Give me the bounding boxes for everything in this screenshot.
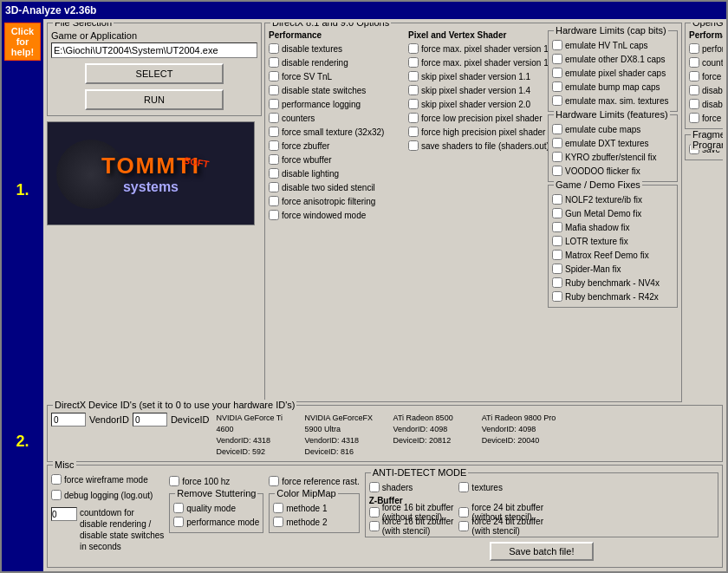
cb-ogl-dis-render-input[interactable] xyxy=(689,99,699,109)
cb-aniso-input[interactable] xyxy=(269,196,279,206)
cb-high-prec-label: force high precision pixel shader xyxy=(421,127,545,137)
cb-methode1-input[interactable] xyxy=(273,503,283,513)
cb-dx81-caps-input[interactable] xyxy=(552,54,562,64)
anti-detect-wrapper: ANTI-DETECT MODE shaders Z-Buffer xyxy=(365,472,718,563)
save-batch-button[interactable]: Save batch file! xyxy=(490,542,594,561)
cb-two-sided-label: disable two sided stencil xyxy=(282,183,375,192)
vendor-id-input[interactable] xyxy=(51,413,86,426)
cb-spider: Spider-Man fix xyxy=(552,262,673,276)
cb-methode2-input[interactable] xyxy=(273,517,283,527)
cb-gun-metal-input[interactable] xyxy=(552,208,562,218)
cb-kyro-label: KYRO zbuffer/stencil fix xyxy=(565,153,656,162)
cb-wireframe-input[interactable] xyxy=(51,474,62,485)
cb-ps14-force-label: force max. pixel shader version 1.4 xyxy=(421,58,556,68)
countdown-input[interactable] xyxy=(51,507,77,521)
cb-16bit-stencil-input[interactable] xyxy=(369,521,380,531)
cb-windowed-input[interactable] xyxy=(269,210,279,220)
cb-force-ref-input[interactable] xyxy=(269,476,279,486)
center-column: DirectX 8.1 and 9.0 Options Performance … xyxy=(264,23,682,402)
pixel-title: Pixel and Vertex Shader xyxy=(408,30,543,40)
click-help-button[interactable]: Click for help! xyxy=(4,23,41,61)
cb-ps11-skip-input[interactable] xyxy=(408,71,419,81)
cb-ps14-skip-input[interactable] xyxy=(408,85,419,95)
file-path-input[interactable] xyxy=(51,42,257,58)
cb-voodoo-input[interactable] xyxy=(552,166,562,176)
cb-force-wbuffer: force wbuffer xyxy=(269,153,403,166)
device-id-input[interactable] xyxy=(133,413,167,426)
cb-24bit-stencil-input[interactable] xyxy=(458,521,469,531)
cb-disable-textures-input[interactable] xyxy=(269,43,279,54)
cb-ogl-aniso-input[interactable] xyxy=(689,113,699,123)
cb-voodoo-label: VOODOO flicker fix xyxy=(565,166,640,176)
cb-ogl-small-tex-input[interactable] xyxy=(689,71,699,81)
cb-shaders-label: shaders xyxy=(382,483,413,492)
cb-counters-input[interactable] xyxy=(269,113,279,123)
main-area: File Selection Game or Application SELEC… xyxy=(43,19,726,571)
cb-ps20-skip-input[interactable] xyxy=(408,99,419,109)
cb-nolf2: NOLF2 texture/ib fix xyxy=(552,192,673,206)
cb-disable-rendering-input[interactable] xyxy=(269,57,279,68)
cb-disable-state-switches-input[interactable] xyxy=(269,85,279,95)
cb-ps14-force-input[interactable] xyxy=(408,57,419,68)
cb-mafia-input[interactable] xyxy=(552,222,562,232)
cb-shaders-input[interactable] xyxy=(369,482,380,492)
card-2-name: NVIDIA GeForceFX 5900 Ultra xyxy=(305,413,387,435)
misc-title: Misc xyxy=(53,459,76,470)
cb-16bit-no-stencil-input[interactable] xyxy=(369,507,380,518)
cb-ogl-counters-input[interactable] xyxy=(689,57,699,68)
cb-matrox-input[interactable] xyxy=(552,250,562,260)
cb-100hz-input[interactable] xyxy=(169,476,179,486)
cb-shaders: shaders xyxy=(369,480,454,494)
cb-kyro-input[interactable] xyxy=(552,152,562,162)
cb-mafia: Mafia shadow fix xyxy=(552,220,673,234)
cb-dxt-tex-input[interactable] xyxy=(552,138,562,148)
device-ids-title: DirectX Device ID's (set it to 0 to use … xyxy=(53,400,296,410)
cb-bump-caps-input[interactable] xyxy=(552,81,562,92)
title-bar: 3D-Analyze v2.36b xyxy=(2,2,726,19)
countdown-label: countdown fordisable rendering /disable … xyxy=(80,507,164,552)
cb-two-sided-input[interactable] xyxy=(269,182,279,192)
cb-debug-input[interactable] xyxy=(51,490,62,500)
cb-perf-logging-input[interactable] xyxy=(269,99,279,109)
run-button[interactable]: RUN xyxy=(85,89,224,110)
performance-title: Performance xyxy=(269,30,403,40)
cb-quality-mode-input[interactable] xyxy=(173,503,184,513)
cb-sim-tex-label: emulate max. sim. textures xyxy=(565,96,668,106)
countdown-box: countdown fordisable rendering /disable … xyxy=(51,507,164,552)
cb-force-zbuffer-input[interactable] xyxy=(269,140,279,151)
cb-ruby-nv4x-input[interactable] xyxy=(552,277,562,288)
cb-cube-maps-input[interactable] xyxy=(552,124,562,134)
cb-ogl-dis-tex: disable textures xyxy=(689,83,723,97)
cb-low-prec-input[interactable] xyxy=(408,113,419,123)
cb-force-sv-tnl-input[interactable] xyxy=(269,71,279,81)
cb-low-prec: force low precision pixel shader xyxy=(408,111,543,125)
cb-ruby-r42x-input[interactable] xyxy=(552,291,562,302)
cb-save-shaders-input[interactable] xyxy=(408,140,419,151)
cb-small-texture-input[interactable] xyxy=(269,127,279,137)
file-selection-group: File Selection Game or Application SELEC… xyxy=(47,23,262,116)
cb-textures-anti-input[interactable] xyxy=(458,482,469,492)
cb-ps11-force-input[interactable] xyxy=(408,43,419,54)
cb-ogl-dis-render: disable rendering xyxy=(689,97,723,111)
cb-high-prec-input[interactable] xyxy=(408,127,419,137)
cb-spider-input[interactable] xyxy=(552,264,562,274)
cb-ps11-skip-label: skip pixel shader version 1.1 xyxy=(421,72,530,81)
select-button[interactable]: SELECT xyxy=(85,63,224,84)
cb-nolf2-input[interactable] xyxy=(552,194,562,205)
cb-ogl-perf-log-input[interactable] xyxy=(689,43,699,54)
cb-mafia-label: Mafia shadow fix xyxy=(565,223,629,232)
game-fixes-title: Game / Demo Fixes xyxy=(554,179,642,190)
cb-sim-tex-input[interactable] xyxy=(552,95,562,106)
cb-ogl-dis-tex-input[interactable] xyxy=(689,85,699,95)
cb-disable-lighting-input[interactable] xyxy=(269,168,279,179)
cb-ogl-small-tex: force small texture (32x32) xyxy=(689,69,723,83)
cb-ps-caps-input[interactable] xyxy=(552,68,562,78)
cb-force-wbuffer-input[interactable] xyxy=(269,154,279,165)
cb-lotr-input[interactable] xyxy=(552,236,562,246)
cb-hv-tnl-input[interactable] xyxy=(552,40,562,50)
cb-perf-mode-input[interactable] xyxy=(173,517,184,527)
cb-debug: debug logging (log.out) xyxy=(51,488,164,502)
cb-24bit-no-stencil-input[interactable] xyxy=(458,507,469,518)
card-4-device: DeviceID: 20040 xyxy=(482,435,563,446)
hw-cap-group: Hardware Limits (cap bits) emulate HV Tn… xyxy=(548,30,678,112)
